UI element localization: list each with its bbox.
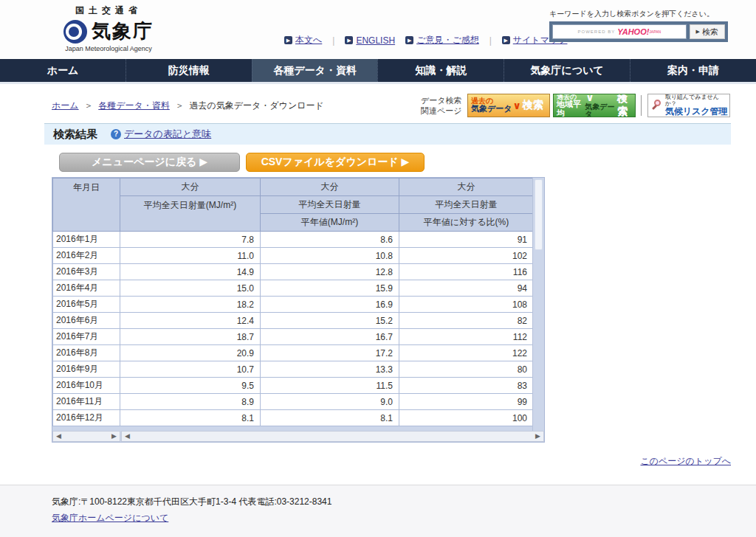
col-subheader-normal: 平年値(MJ/m²) (261, 214, 399, 232)
utility-links: ▶ 本文へ | ▶ ENGLISH ▶ ご意見・ご感想 | ▶ サイトマップ (284, 34, 577, 46)
link-feedback[interactable]: ▶ ご意見・ご感想 (405, 34, 479, 46)
col-header-date: 年月日 (53, 179, 120, 232)
col-header-station: 大分 (261, 179, 399, 196)
check-icon: ∨ (513, 100, 521, 111)
page-top-link[interactable]: このページのトップへ (640, 455, 731, 468)
col-header-station: 大分 (399, 179, 534, 196)
help-icon: ? (111, 129, 121, 139)
arrow-square-icon: ▶ (284, 36, 292, 44)
breadcrumb-row: ホーム ＞ 各種データ・資料 ＞ 過去の気象データ・ダウンロード データ検索 関… (0, 86, 756, 123)
horizontal-scrollbars: ◀ ▶ ◀ ▶ (52, 431, 544, 442)
nav-guide-application[interactable]: 案内・申請 (630, 59, 756, 82)
site-search: キーワードを入力し検索ボタンを押下ください。 POWERED BY YAHOO!… (549, 9, 728, 42)
arrow-icon: ▶ (696, 29, 700, 35)
link-english[interactable]: ▶ ENGLISH (345, 35, 395, 46)
table-row: 2016年2月 11.0 10.8 102 (53, 248, 534, 264)
nav-about-jma[interactable]: 気象庁について (504, 59, 630, 82)
ministry-name: 国土交通省 (46, 4, 171, 17)
check-icon: ∨ (585, 94, 616, 103)
breadcrumb-current: 過去の気象データ・ダウンロード (190, 100, 324, 111)
table-row: 2016年8月 20.9 17.2 122 (53, 345, 534, 361)
agency-address: 気象庁:〒100-8122東京都千代田区大手町1-3-4 代表電話:03-321… (52, 496, 331, 508)
scroll-right-icon[interactable]: ▶ (111, 432, 117, 440)
nav-knowledge[interactable]: 知識・解説 (377, 59, 504, 82)
col-header-radiation-normal: 平均全天日射量 (261, 196, 399, 214)
table-row: 2016年5月 18.2 16.9 108 (53, 297, 534, 313)
banner-regional-average-search[interactable]: 過去の 地域平均 ∨ 気象データ 検索 (553, 94, 636, 117)
related-pages-label: データ検索 関連ページ (421, 95, 462, 117)
breadcrumb: ホーム ＞ 各種データ・資料 ＞ 過去の気象データ・ダウンロード (52, 100, 324, 112)
arrow-square-icon: ▶ (405, 36, 413, 44)
agency-name: 気象庁 (92, 18, 154, 44)
scroll-right-icon[interactable]: ▶ (535, 432, 540, 440)
site-footer: 気象庁:〒100-8122東京都千代田区大手町1-3-4 代表電話:03-321… (0, 485, 756, 537)
col-header-radiation: 平均全天日射量(MJ/m²) (120, 196, 261, 232)
about-homepage-link[interactable]: 気象庁ホームページについて (52, 512, 168, 524)
scroll-left-icon[interactable]: ◀ (125, 432, 130, 440)
jma-logo[interactable]: 国土交通省 気象庁 Japan Meteorological Agency (46, 4, 171, 52)
search-input[interactable] (553, 26, 686, 39)
arrow-square-icon: ▶ (345, 36, 353, 44)
nav-home[interactable]: ホーム (0, 59, 126, 82)
search-button[interactable]: ▶ 検索 (690, 24, 725, 39)
table-row: 2016年6月 12.4 15.2 82 (53, 313, 534, 329)
vertical-scrollbar[interactable] (532, 178, 544, 432)
global-nav: ホーム 防災情報 各種データ・資料 知識・解説 気象庁について 案内・申請 (0, 59, 756, 84)
banner-climate-risk[interactable]: 取り組んでみませんか？ 気候リスク管理 (647, 94, 730, 117)
csv-download-button[interactable]: CSVファイルをダウンロード ▶ (246, 153, 425, 172)
horizontal-scrollbar-data-area[interactable]: ◀ ▶ (121, 431, 544, 442)
scroll-left-icon[interactable]: ◀ (56, 432, 61, 440)
col-header-radiation-ratio: 平均全天日射量 (399, 196, 534, 214)
nav-disaster-info[interactable]: 防災情報 (126, 59, 252, 82)
table-row: 2016年9月 10.7 13.3 80 (53, 361, 534, 378)
nav-data-resources[interactable]: 各種データ・資料 (252, 59, 378, 82)
table-row: 2016年12月 8.1 8.1 100 (53, 410, 534, 426)
jma-page: 国土交通省 気象庁 Japan Meteorological Agency ▶ … (0, 0, 756, 537)
breadcrumb-data-resources[interactable]: 各種データ・資料 (98, 100, 170, 111)
data-notation-link[interactable]: データの表記と意味 (124, 128, 211, 141)
site-header: 国土交通省 気象庁 Japan Meteorological Agency ▶ … (0, 0, 756, 59)
solar-radiation-table: 年月日 大分 大分 大分 平均全天日射量(MJ/m²) 平均全天日射量 平均全天… (52, 178, 534, 426)
back-to-menu-button[interactable]: メニューページに戻る ▶ (59, 153, 240, 172)
data-grid: 年月日 大分 大分 大分 平均全天日射量(MJ/m²) 平均全天日射量 平均全天… (52, 177, 545, 443)
agency-name-en: Japan Meteorological Agency (46, 45, 171, 52)
table-row: 2016年3月 14.9 12.8 116 (53, 264, 534, 280)
table-row: 2016年11月 8.9 9.0 99 (53, 394, 534, 410)
banner-divider (641, 95, 642, 116)
link-to-content[interactable]: ▶ 本文へ (284, 34, 322, 46)
jma-logo-icon (63, 20, 87, 44)
magnifier-icon (651, 100, 663, 111)
col-subheader-ratio: 平年値に対する比(%) (399, 214, 534, 232)
banner-past-weather-data-search[interactable]: 過去の 気象データ ∨ 検索 (467, 94, 550, 117)
search-box: POWERED BY YAHOO! JAPAN ▶ 検索 (549, 21, 728, 42)
table-row: 2016年1月 7.8 8.6 91 (53, 232, 534, 248)
breadcrumb-home[interactable]: ホーム (52, 100, 79, 111)
vertical-scrollbar-thumb[interactable] (535, 179, 543, 250)
col-header-station: 大分 (120, 179, 261, 196)
result-bar: 検索結果 ? データの表記と意味 (44, 123, 731, 145)
horizontal-scrollbar-fixed-column[interactable]: ◀ ▶ (52, 431, 120, 442)
search-hint: キーワードを入力し検索ボタンを押下ください。 (549, 9, 728, 19)
table-row: 2016年7月 18.7 16.7 112 (53, 329, 534, 345)
table-row: 2016年4月 15.0 15.9 94 (53, 280, 534, 297)
page-title: 検索結果 (53, 128, 97, 142)
arrow-square-icon: ▶ (502, 36, 510, 44)
table-row: 2016年10月 9.5 11.5 83 (53, 378, 534, 394)
